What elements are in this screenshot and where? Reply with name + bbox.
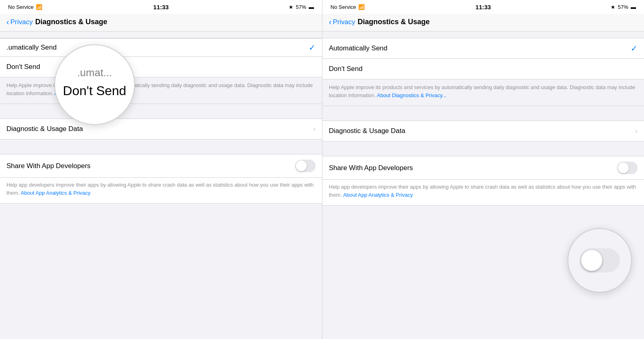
right-magnified-toggle-thumb (581, 250, 602, 271)
left-auto-send-partial-text: .umatically Send (6, 44, 57, 52)
left-dont-send-row[interactable]: Don't Send (0, 57, 322, 77)
left-status-right: ★ 57% ▬ (289, 4, 314, 10)
right-toggle-thumb (618, 162, 629, 173)
right-battery-icon: ▬ (631, 4, 636, 10)
right-diagnostic-section: Diagnostic & Usage Data › (322, 121, 644, 141)
right-diagnostic-chevron: › (635, 127, 638, 135)
right-gap-top (322, 35, 644, 38)
left-share-label: Share With App Developers (6, 162, 91, 170)
left-content: .umatically Send ✓ Don't Send Help Apple… (0, 31, 322, 204)
left-nav-title: Diagnostics & Usage (35, 18, 107, 26)
right-signal-text: No Service (330, 4, 356, 10)
right-magnified-toggle (580, 248, 620, 272)
right-diagnostic-row[interactable]: Diagnostic & Usage Data › (322, 121, 644, 141)
left-share-desc-link[interactable]: About App Analytics & Privacy (21, 190, 90, 196)
right-desc-text: Help Apple improve its products and serv… (329, 83, 638, 99)
left-status-bar: No Service 📶 11:33 ★ 57% ▬ (0, 0, 322, 14)
left-diagnostic-row[interactable]: Diagnostic & Usage Data › (0, 119, 322, 139)
right-nav-back[interactable]: ‹ Privacy (329, 18, 355, 26)
right-send-options-section: Automatically Send ✓ Don't Send (322, 38, 644, 79)
right-status-right: ★ 57% ▬ (611, 4, 636, 10)
left-auto-send-checkmark: ✓ (309, 43, 316, 52)
left-share-toggle[interactable] (295, 160, 316, 172)
right-auto-send-checkmark: ✓ (631, 44, 638, 53)
left-gap-top (0, 35, 322, 38)
right-battery-pct: 57% (618, 4, 628, 10)
right-back-label: Privacy (333, 18, 355, 26)
left-desc-text: Help Apple improve its products and serv… (6, 81, 316, 97)
right-desc-block: Help Apple improve its products and serv… (322, 79, 644, 106)
left-toggle-thumb (296, 160, 307, 171)
right-status-bar: No Service 📶 11:33 ★ 57% ▬ (322, 0, 644, 14)
right-auto-send-row[interactable]: Automatically Send ✓ (322, 38, 644, 59)
right-status-left: No Service 📶 (330, 4, 365, 10)
left-time: 11:33 (153, 4, 169, 10)
right-wifi-icon: 📶 (358, 4, 365, 10)
left-magnifier-top: .umat... (59, 67, 130, 79)
left-battery-pct: 57% (296, 4, 306, 10)
left-share-desc-block: Help app developers improve their apps b… (0, 178, 322, 204)
right-desc-body: Help Apple improve its products and serv… (329, 84, 635, 98)
left-dont-send-label: Don't Send (6, 63, 40, 71)
left-back-arrow-icon: ‹ (6, 18, 9, 26)
right-dont-send-label: Don't Send (329, 65, 363, 73)
right-share-desc-link[interactable]: About App Analytics & Privacy (343, 192, 413, 198)
right-share-row[interactable]: Share With App Developers (322, 156, 644, 180)
left-nav-back[interactable]: ‹ Privacy (6, 18, 33, 26)
left-share-row[interactable]: Share With App Developers (0, 154, 322, 178)
left-phone-panel: No Service 📶 11:33 ★ 57% ▬ ‹ Privacy Dia… (0, 0, 322, 339)
right-bluetooth-icon: ★ (611, 4, 615, 10)
left-magnifier: .umat... Don't Send (54, 44, 135, 125)
right-nav-bar: ‹ Privacy Diagnostics & Usage (322, 14, 644, 31)
left-share-desc-text: Help app developers improve their apps b… (6, 181, 316, 197)
right-nav-title: Diagnostics & Usage (357, 18, 429, 26)
left-signal-text: No Service (8, 4, 34, 10)
left-back-label: Privacy (10, 18, 33, 26)
left-gap-2 (0, 139, 322, 154)
left-diagnostic-chevron: › (313, 125, 316, 133)
right-share-toggle[interactable] (617, 162, 638, 174)
right-content: Automatically Send ✓ Don't Send Help App… (322, 31, 644, 206)
right-phone-panel: No Service 📶 11:33 ★ 57% ▬ ‹ Privacy Dia… (322, 0, 644, 339)
right-gap-2 (322, 141, 644, 156)
right-diagnostic-label: Diagnostic & Usage Data (329, 127, 405, 135)
left-auto-send-row[interactable]: .umatically Send ✓ (0, 38, 322, 57)
left-status-left: No Service 📶 (8, 4, 42, 10)
left-bluetooth-icon: ★ (289, 4, 293, 10)
left-desc-block: Help Apple improve its products and serv… (0, 77, 322, 104)
left-magnifier-main: Don't Send (59, 79, 130, 102)
right-share-desc-block: Help app developers improve their apps b… (322, 180, 644, 206)
left-magnifier-content: .umat... Don't Send (59, 67, 130, 102)
right-share-label: Share With App Developers (329, 164, 413, 172)
right-auto-send-label: Automatically Send (329, 44, 388, 52)
left-desc-body: Help Apple improve its products and serv… (6, 82, 313, 96)
left-diagnostic-section: Diagnostic & Usage Data › (0, 119, 322, 139)
right-share-desc-text: Help app developers improve their apps b… (329, 183, 638, 199)
left-send-options-section: .umatically Send ✓ Don't Send (0, 38, 322, 77)
right-desc-link[interactable]: About Diagnostics & Privacy... (377, 92, 446, 98)
left-gap-1 (0, 104, 322, 119)
left-nav-bar: ‹ Privacy Diagnostics & Usage (0, 14, 322, 31)
right-dont-send-row[interactable]: Don't Send (322, 59, 644, 79)
left-battery-icon: ▬ (309, 4, 314, 10)
right-gap-1 (322, 106, 644, 121)
right-time: 11:33 (475, 4, 491, 10)
left-diagnostic-label: Diagnostic & Usage Data (6, 125, 83, 133)
left-wifi-icon: 📶 (36, 4, 42, 10)
right-back-arrow-icon: ‹ (329, 18, 332, 26)
right-magnifier (568, 228, 632, 293)
